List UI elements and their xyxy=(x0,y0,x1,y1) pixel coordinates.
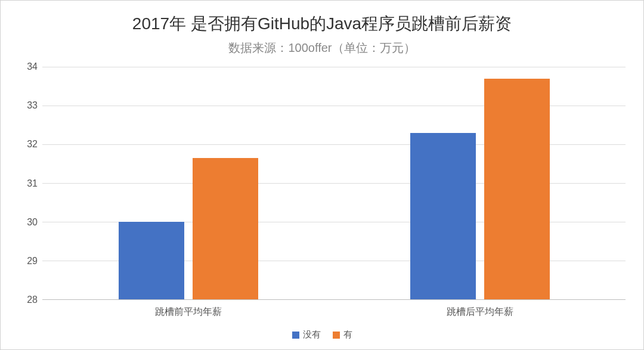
legend-label: 没有 xyxy=(303,329,321,340)
x-label-before: 跳槽前平均年薪 xyxy=(42,306,334,318)
legend: 没有 有 xyxy=(18,329,626,340)
y-tick: 28 xyxy=(27,295,38,305)
x-label-after: 跳槽后平均年薪 xyxy=(334,306,626,318)
y-axis: 34 33 32 31 30 29 28 xyxy=(18,67,42,300)
bar-has-github-before xyxy=(193,158,258,299)
y-tick: 29 xyxy=(27,256,38,267)
bar-has-github-after xyxy=(484,79,550,300)
bar-no-github-after xyxy=(410,133,476,300)
bar-group-after xyxy=(334,67,626,299)
bars-wrapper xyxy=(42,67,626,299)
chart-title: 2017年 是否拥有GitHub的Java程序员跳槽前后薪资 xyxy=(18,13,626,35)
legend-swatch-orange xyxy=(333,332,340,339)
chart-container: 2017年 是否拥有GitHub的Java程序员跳槽前后薪资 数据来源：100o… xyxy=(1,1,643,349)
legend-item-has-github: 有 xyxy=(333,329,352,340)
bar-no-github-before xyxy=(119,222,184,299)
legend-item-no-github: 没有 xyxy=(292,329,321,340)
grid-area xyxy=(42,67,626,300)
plot-area: 34 33 32 31 30 29 28 xyxy=(18,67,626,300)
legend-swatch-blue xyxy=(292,332,299,339)
y-tick: 34 xyxy=(27,61,38,72)
chart-subtitle: 数据来源：100offer（单位：万元） xyxy=(18,40,626,56)
y-tick: 33 xyxy=(27,100,38,111)
y-tick: 30 xyxy=(27,217,38,228)
legend-label: 有 xyxy=(343,329,352,340)
x-axis: 跳槽前平均年薪 跳槽后平均年薪 xyxy=(42,306,626,318)
y-tick: 32 xyxy=(27,139,38,150)
bar-group-before xyxy=(42,67,334,299)
y-tick: 31 xyxy=(27,178,38,189)
